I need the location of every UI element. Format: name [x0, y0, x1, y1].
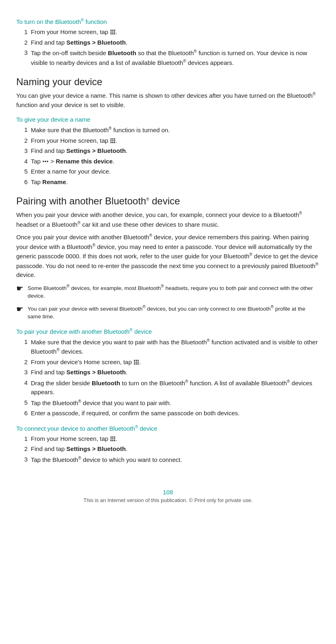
svg-point-21 — [134, 360, 135, 361]
step-text: Make sure that the device you want to pa… — [31, 337, 320, 356]
svg-point-37 — [112, 440, 114, 441]
svg-point-38 — [114, 440, 115, 441]
step-text: Find and tap Settings > Bluetooth. — [31, 146, 320, 156]
step-number: 3 — [16, 146, 28, 156]
svg-point-1 — [112, 30, 114, 31]
step-text: Find and tap Settings > Bluetooth. — [31, 38, 320, 47]
step-number: 3 — [16, 455, 28, 464]
pairing-section: Pairing with another Bluetooth® device W… — [16, 195, 320, 464]
svg-point-5 — [114, 31, 115, 32]
svg-point-23 — [138, 360, 139, 361]
step-text: Tap the on-off switch beside Bluetooth s… — [31, 48, 320, 67]
pairing-body1: When you pair your device with another d… — [16, 210, 320, 229]
step-number: 4 — [16, 378, 28, 388]
step-item: 2 From your device's Home screen, tap . — [16, 358, 320, 367]
step-number: 5 — [16, 167, 28, 176]
more-options-icon — [42, 158, 49, 165]
svg-point-14 — [114, 140, 115, 141]
note-icon-2: ☛ — [16, 304, 24, 314]
svg-point-16 — [112, 142, 114, 143]
step-number: 5 — [16, 398, 28, 408]
step-item: 5 Tap the Bluetooth® device that you wan… — [16, 398, 320, 408]
step-number: 3 — [16, 48, 28, 58]
step-item: 1 Make sure that the device you want to … — [16, 337, 320, 356]
svg-point-2 — [114, 30, 115, 31]
footer-note: This is an Internet version of this publ… — [16, 497, 320, 503]
step-item: 2 Find and tap Settings > Bluetooth. — [16, 444, 320, 454]
step-item: 5 Enter a name for your device. — [16, 167, 320, 176]
step-item: 4 Tap > Rename this device. — [16, 157, 320, 166]
note-text-1: Some Bluetooth® devices, for example, mo… — [28, 283, 320, 301]
svg-point-29 — [138, 363, 139, 364]
apps-icon — [134, 359, 139, 365]
step-number: 2 — [16, 358, 28, 367]
page-number: 108 — [16, 489, 320, 496]
svg-point-24 — [134, 361, 135, 363]
svg-point-20 — [47, 161, 49, 162]
step-number: 2 — [16, 136, 28, 146]
svg-point-9 — [110, 138, 112, 140]
svg-point-6 — [110, 33, 112, 34]
step-text: Enter a passcode, if required, or confir… — [31, 409, 320, 418]
step-text: From your Home screen, tap . — [31, 434, 320, 444]
note-block-1: ☛ Some Bluetooth® devices, for example, … — [16, 283, 320, 301]
step-item: 3 Find and tap Settings > Bluetooth. — [16, 368, 320, 377]
svg-point-30 — [110, 436, 112, 438]
step-text: Enter a name for your device. — [31, 167, 320, 176]
step-item: 1 From your Home screen, tap . — [16, 434, 320, 444]
pair-link: To pair your device with another Bluetoo… — [16, 328, 320, 335]
svg-point-33 — [110, 438, 112, 439]
svg-point-19 — [45, 161, 47, 162]
turn-on-link: To turn on the Bluetooth® function — [16, 18, 320, 25]
step-item: 1 Make sure that the Bluetooth® function… — [16, 125, 320, 135]
svg-point-22 — [136, 360, 137, 361]
step-text: Tap the Bluetooth® device that you want … — [31, 398, 320, 408]
step-item: 3 Find and tap Settings > Bluetooth. — [16, 146, 320, 156]
svg-point-11 — [114, 138, 115, 140]
step-text: Make sure that the Bluetooth® function i… — [31, 125, 320, 135]
turn-on-heading: To turn on the Bluetooth® function 1 Fro… — [16, 18, 320, 67]
naming-body: You can give your device a name. This na… — [16, 91, 320, 109]
svg-point-12 — [110, 140, 112, 141]
step-text: Tap > Rename this device. — [31, 157, 320, 166]
svg-point-0 — [110, 30, 112, 31]
step-number: 6 — [16, 409, 28, 418]
step-item: 1 From your Home screen, tap . — [16, 28, 320, 37]
step-number: 1 — [16, 434, 28, 444]
step-text: Tap the Bluetooth® device to which you w… — [31, 455, 320, 465]
naming-heading: Naming your device — [16, 76, 320, 88]
step-number: 2 — [16, 38, 28, 47]
step-item: 6 Enter a passcode, if required, or conf… — [16, 409, 320, 418]
note-icon-1: ☛ — [16, 283, 24, 293]
svg-point-7 — [112, 33, 114, 34]
step-item: 6 Tap Rename. — [16, 178, 320, 187]
step-number: 4 — [16, 157, 28, 166]
step-text: Tap Rename. — [31, 178, 320, 187]
turn-on-steps: 1 From your Home screen, tap . 2 — [16, 28, 320, 67]
svg-point-13 — [112, 140, 114, 141]
naming-section: Naming your device You can give your dev… — [16, 76, 320, 187]
step-text: Drag the slider beside Bluetooth to turn… — [31, 378, 320, 397]
pairing-body2: Once you pair your device with another B… — [16, 232, 320, 280]
svg-point-25 — [136, 361, 137, 363]
step-item: 3 Tap the Bluetooth® device to which you… — [16, 455, 320, 465]
svg-point-35 — [114, 438, 115, 439]
step-text: Find and tap Settings > Bluetooth. — [31, 444, 320, 454]
connect-steps: 1 From your Home screen, tap . 2 — [16, 434, 320, 465]
svg-point-8 — [114, 33, 115, 34]
step-text: From your device's Home screen, tap . — [31, 358, 320, 367]
step-number: 1 — [16, 337, 28, 347]
note-text-2: You can pair your device with several Bl… — [28, 304, 320, 321]
svg-point-15 — [110, 142, 112, 143]
step-number: 2 — [16, 444, 28, 454]
step-item: 4 Drag the slider beside Bluetooth to tu… — [16, 378, 320, 397]
step-item: 2 From your Home screen, tap . — [16, 136, 320, 146]
step-text: From your Home screen, tap . — [31, 28, 320, 37]
step-number: 1 — [16, 125, 28, 135]
page-footer: 108 This is an Internet version of this … — [16, 489, 320, 503]
pairing-heading: Pairing with another Bluetooth® device — [16, 195, 320, 207]
svg-point-17 — [114, 142, 115, 143]
note-block-2: ☛ You can pair your device with several … — [16, 304, 320, 321]
step-text: Find and tap Settings > Bluetooth. — [31, 368, 320, 377]
apps-icon — [110, 138, 116, 144]
